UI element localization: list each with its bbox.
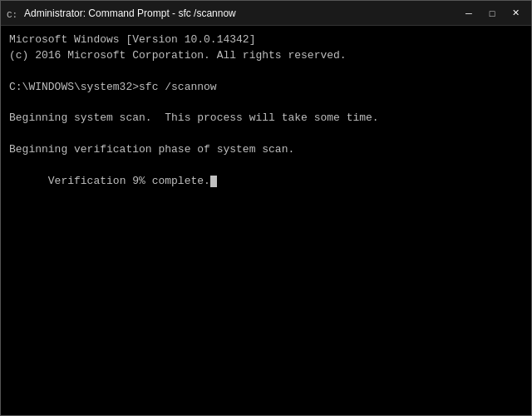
cursor [210, 176, 217, 187]
title-bar-controls: ─ □ ✕ [458, 5, 526, 22]
console-area[interactable]: Microsoft Windows [Version 10.0.14342] (… [1, 26, 531, 415]
title-bar: C: Administrator: Command Prompt - sfc /… [1, 1, 531, 26]
maximize-button[interactable]: □ [481, 5, 503, 22]
cmd-icon: C: [6, 7, 19, 20]
title-bar-left: C: Administrator: Command Prompt - sfc /… [6, 7, 236, 20]
console-line: Beginning system scan. This process will… [9, 111, 523, 126]
command-prompt-window: C: Administrator: Command Prompt - sfc /… [0, 0, 532, 416]
console-line: Microsoft Windows [Version 10.0.14342] [9, 32, 523, 48]
console-line-empty [9, 64, 523, 80]
console-text: Verification 9% complete. [48, 175, 210, 187]
close-button[interactable]: ✕ [505, 5, 526, 22]
console-line-empty [9, 95, 523, 111]
console-line: C:\WINDOWS\system32>sfc /scannow [9, 80, 523, 96]
console-line: (c) 2016 Microsoft Corporation. All righ… [9, 48, 523, 64]
console-line-empty [9, 126, 523, 142]
window-title: Administrator: Command Prompt - sfc /sca… [24, 7, 236, 19]
svg-text:C:: C: [7, 10, 17, 20]
console-line: Beginning verification phase of system s… [9, 142, 523, 158]
minimize-button[interactable]: ─ [458, 5, 480, 22]
console-line-cursor: Verification 9% complete. [9, 158, 523, 206]
